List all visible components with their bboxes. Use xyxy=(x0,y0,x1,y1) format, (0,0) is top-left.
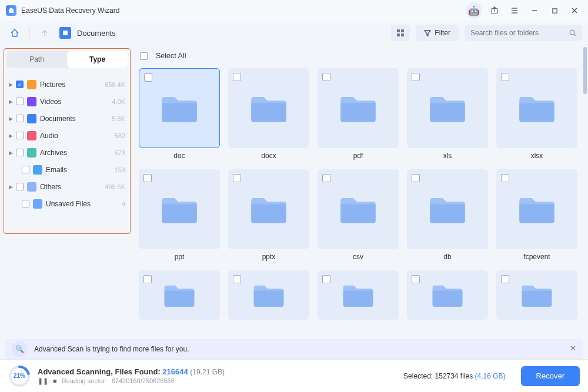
breadcrumb-label: Documents xyxy=(77,29,116,38)
progress-ring: 21% xyxy=(8,365,31,387)
folder-card-db[interactable]: db xyxy=(407,169,488,261)
folder-thumb[interactable] xyxy=(139,169,220,249)
folder-thumb[interactable] xyxy=(228,270,309,320)
tab-path[interactable]: Path xyxy=(6,51,67,68)
select-all-row[interactable]: Select All xyxy=(139,48,582,63)
card-checkbox[interactable] xyxy=(501,73,509,81)
audio-icon xyxy=(27,131,36,140)
sidebar-item-emails[interactable]: Emails153 xyxy=(6,161,128,178)
sidebar-item-unsaved-files[interactable]: Unsaved Files4 xyxy=(6,195,128,212)
card-checkbox[interactable] xyxy=(322,275,330,283)
item-checkbox[interactable] xyxy=(22,200,29,207)
item-checkbox[interactable]: ✓ xyxy=(16,81,24,88)
breadcrumb-icon xyxy=(59,27,71,39)
svg-rect-5 xyxy=(397,33,400,36)
card-checkbox[interactable] xyxy=(144,73,152,82)
sidebar-item-documents[interactable]: ▶Documents5.8K xyxy=(6,110,128,127)
item-label: Audio xyxy=(40,132,58,140)
folder-thumb[interactable] xyxy=(139,270,220,320)
card-checkbox[interactable] xyxy=(233,275,241,283)
folder-thumb[interactable] xyxy=(318,68,399,148)
recover-button[interactable]: Recover xyxy=(521,366,580,386)
item-checkbox[interactable] xyxy=(22,166,29,173)
menu-button[interactable] xyxy=(507,3,522,18)
folder-card-row3-14[interactable] xyxy=(496,270,577,320)
sidebar-item-others[interactable]: ▶Others499.5K xyxy=(6,178,128,195)
folder-card-doc[interactable]: doc xyxy=(139,68,220,160)
folder-label: db xyxy=(407,253,488,261)
folder-thumb[interactable] xyxy=(407,68,488,148)
card-checkbox[interactable] xyxy=(143,174,152,182)
card-checkbox[interactable] xyxy=(412,73,420,81)
banner-mascot-icon: 🔍 xyxy=(12,341,27,357)
folder-card-csv[interactable]: csv xyxy=(318,169,399,261)
select-all-checkbox[interactable] xyxy=(140,52,148,60)
search-input[interactable] xyxy=(470,29,564,37)
tab-type[interactable]: Type xyxy=(67,51,128,68)
folder-thumb[interactable] xyxy=(407,169,488,249)
folder-card-xlsx[interactable]: xlsx xyxy=(496,68,577,160)
view-toggle-button[interactable] xyxy=(391,25,410,41)
folder-thumb[interactable] xyxy=(228,169,309,249)
card-checkbox[interactable] xyxy=(412,174,420,182)
item-label: Videos xyxy=(40,98,61,106)
folder-thumb[interactable] xyxy=(228,68,309,148)
card-checkbox[interactable] xyxy=(322,174,330,182)
card-checkbox[interactable] xyxy=(501,174,509,182)
item-count: 499.5K xyxy=(105,183,125,190)
mascot-icon[interactable]: 🤖 xyxy=(466,2,482,19)
item-checkbox[interactable] xyxy=(16,115,24,122)
item-checkbox[interactable] xyxy=(16,149,24,156)
item-count: 153 xyxy=(115,166,125,173)
select-all-label: Select All xyxy=(156,52,186,60)
item-checkbox[interactable] xyxy=(16,132,24,139)
folder-card-row3-10[interactable] xyxy=(139,270,220,320)
card-checkbox[interactable] xyxy=(501,275,509,283)
banner-close-button[interactable] xyxy=(570,345,576,353)
folder-card-xls[interactable]: xls xyxy=(407,68,488,160)
maximize-button[interactable] xyxy=(547,3,562,18)
sidebar-item-audio[interactable]: ▶Audio582 xyxy=(6,127,128,144)
folder-card-ppt[interactable]: ppt xyxy=(139,169,220,261)
folder-card-pptx[interactable]: pptx xyxy=(228,169,309,261)
svg-point-7 xyxy=(570,30,574,35)
sidebar-item-pictures[interactable]: ▶✓Pictures858.4K xyxy=(6,76,128,93)
minimize-button[interactable] xyxy=(527,3,542,18)
folder-thumb[interactable] xyxy=(318,169,399,249)
folder-thumb[interactable] xyxy=(496,169,577,249)
stop-button[interactable]: ■ xyxy=(53,377,57,384)
folder-thumb[interactable] xyxy=(139,68,220,148)
folder-card-row3-13[interactable] xyxy=(407,270,488,320)
item-checkbox[interactable] xyxy=(16,183,24,190)
caret-icon: ▶ xyxy=(9,133,15,139)
sidebar-item-videos[interactable]: ▶Videos4.0K xyxy=(6,93,128,110)
folder-card-row3-12[interactable] xyxy=(318,270,399,320)
folder-card-pdf[interactable]: pdf xyxy=(318,68,399,160)
filter-button[interactable]: Filter xyxy=(416,25,459,41)
sidebar-item-archives[interactable]: ▶Archives573 xyxy=(6,144,128,161)
folder-thumb[interactable] xyxy=(318,270,399,320)
folder-thumb[interactable] xyxy=(496,68,577,148)
item-checkbox[interactable] xyxy=(16,98,24,105)
home-button[interactable] xyxy=(6,24,24,42)
folder-thumb[interactable] xyxy=(407,270,488,320)
card-checkbox[interactable] xyxy=(233,174,241,182)
card-checkbox[interactable] xyxy=(322,73,330,81)
folder-card-fcpevent[interactable]: fcpevent xyxy=(496,169,577,261)
app-logo-icon xyxy=(6,5,16,16)
item-label: Others xyxy=(40,183,61,191)
folder-card-docx[interactable]: docx xyxy=(228,68,309,160)
card-checkbox[interactable] xyxy=(412,275,420,283)
folder-card-row3-11[interactable] xyxy=(228,270,309,320)
pause-button[interactable]: ❚❚ xyxy=(38,377,48,385)
app-title: EaseUS Data Recovery Wizard xyxy=(21,6,119,15)
folder-label: doc xyxy=(139,152,220,160)
share-button[interactable] xyxy=(487,3,502,18)
up-button[interactable] xyxy=(36,24,54,42)
close-button[interactable] xyxy=(567,3,582,18)
folder-thumb[interactable] xyxy=(496,270,577,320)
search-box[interactable] xyxy=(465,25,582,41)
card-checkbox[interactable] xyxy=(143,275,152,283)
card-checkbox[interactable] xyxy=(233,73,241,81)
scrollbar[interactable] xyxy=(583,47,587,94)
